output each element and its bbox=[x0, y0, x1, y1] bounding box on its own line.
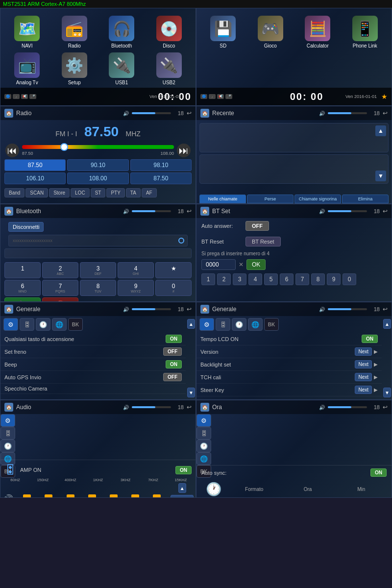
home-icon-btset[interactable]: 🏠 bbox=[200, 207, 209, 216]
af-btn[interactable]: AF bbox=[142, 188, 157, 197]
pin-0[interactable]: 0 bbox=[343, 273, 356, 285]
pin-4[interactable]: 4 bbox=[248, 273, 262, 285]
scan-btn[interactable]: SCAN bbox=[25, 188, 48, 197]
pin-input[interactable] bbox=[201, 259, 236, 270]
gen-tab-clock[interactable]: 🕐 bbox=[36, 318, 50, 331]
back-btn-recente[interactable]: ↩ bbox=[383, 110, 388, 117]
gen-tab-sliders[interactable]: 🎛 bbox=[20, 318, 34, 331]
steer-next-btn[interactable]: Next bbox=[355, 386, 372, 394]
home-icon-gen1[interactable]: 🏠 bbox=[4, 305, 13, 314]
ora-tab-globe[interactable]: 🌐 bbox=[196, 452, 211, 465]
gps-toggle[interactable]: OFF bbox=[163, 373, 182, 381]
back-btn-gen2[interactable]: ↩ bbox=[383, 306, 388, 313]
eq-bar-1khz[interactable] bbox=[88, 494, 96, 498]
back-btn-gen1[interactable]: ↩ bbox=[187, 306, 192, 313]
app-disco[interactable]: 💿 Disco bbox=[147, 16, 191, 49]
disconnetti-btn[interactable]: Disconnetti bbox=[8, 222, 44, 232]
hangup-btn[interactable]: 📵 bbox=[42, 297, 78, 302]
numpad-0[interactable]: 0# bbox=[155, 280, 192, 296]
app-radio[interactable]: 📻 Radio bbox=[53, 16, 97, 49]
back-btn-bt[interactable]: ↩ bbox=[187, 208, 192, 215]
volume-slider-recente[interactable] bbox=[328, 112, 367, 114]
scroll-up-gen2[interactable]: ▲ bbox=[383, 319, 391, 329]
numpad-2[interactable]: 2ABC bbox=[42, 262, 78, 278]
app-sd[interactable]: 💾 SD bbox=[201, 16, 245, 49]
preset-1[interactable]: 87.50 bbox=[4, 159, 66, 171]
ora-tab-clock[interactable]: 🕐 bbox=[196, 440, 211, 452]
audio-tab-gear[interactable]: ⚙ bbox=[0, 414, 15, 427]
audio-tab-clock[interactable]: 🕐 bbox=[0, 440, 15, 452]
numpad-8[interactable]: 8TUV bbox=[80, 280, 116, 296]
scroll-down-gen1[interactable]: ▼ bbox=[187, 388, 195, 397]
tab-elimina[interactable]: Elimina bbox=[342, 195, 389, 203]
app-tv[interactable]: 📺 Analog Tv bbox=[5, 52, 49, 85]
numpad-7[interactable]: 7PQRS bbox=[42, 280, 78, 296]
app-usb1[interactable]: 🔌 USB1 bbox=[100, 52, 144, 85]
gen-tab-clock2[interactable]: 🕐 bbox=[232, 318, 246, 331]
tab-nelle-chiamate[interactable]: Nelle chiamate bbox=[199, 195, 246, 203]
pin-ok-btn[interactable]: OK bbox=[246, 259, 266, 270]
app-gioco[interactable]: 🎮 Gioco bbox=[249, 16, 293, 49]
accensione-toggle[interactable]: ON bbox=[166, 335, 182, 343]
preset-3[interactable]: 98.10 bbox=[130, 159, 192, 171]
numpad-6[interactable]: 6MNO bbox=[4, 280, 41, 296]
back-btn-audio[interactable]: ↩ bbox=[187, 404, 192, 411]
beep-toggle[interactable]: ON bbox=[166, 360, 182, 368]
pin-6[interactable]: 6 bbox=[280, 273, 294, 285]
eq-bar-400hz[interactable] bbox=[67, 494, 74, 498]
volume-slider-ora[interactable] bbox=[328, 406, 367, 408]
band-btn[interactable]: Band bbox=[4, 188, 24, 197]
eq-bar-150hz[interactable] bbox=[45, 494, 52, 498]
numpad-4[interactable]: 4GHI bbox=[118, 262, 154, 278]
app-phonelink[interactable]: 📱 Phone Link bbox=[343, 16, 387, 49]
numpad-1[interactable]: 1 bbox=[4, 262, 41, 278]
tab-perse[interactable]: Perse bbox=[247, 195, 294, 203]
scroll-up-btn[interactable]: ▲ bbox=[375, 125, 386, 136]
pin-3[interactable]: 3 bbox=[233, 273, 246, 285]
prev-button[interactable]: ⏮ bbox=[5, 144, 19, 157]
back-btn-btset[interactable]: ↩ bbox=[383, 208, 388, 215]
back-btn-ora[interactable]: ↩ bbox=[383, 404, 388, 411]
app-bluetooth[interactable]: 🎧 Bluetooth bbox=[100, 16, 144, 49]
app-navi[interactable]: 🗺️ NAVI bbox=[5, 16, 49, 49]
gen-tab-gear2[interactable]: ⚙ bbox=[199, 318, 214, 331]
numpad-3[interactable]: 3DEF bbox=[80, 262, 116, 278]
frequency-bar[interactable] bbox=[22, 145, 174, 149]
back-btn-radio[interactable]: ↩ bbox=[187, 110, 192, 117]
eq-bar-60hz[interactable] bbox=[23, 494, 31, 498]
volume-slider-audio[interactable] bbox=[132, 406, 171, 408]
tch-next-btn[interactable]: Next bbox=[355, 373, 372, 381]
auto-answer-toggle[interactable]: OFF bbox=[245, 221, 269, 231]
home-icon-recente[interactable]: 🏠 bbox=[200, 109, 209, 118]
pty-btn[interactable]: PTY bbox=[106, 188, 124, 197]
gen-tab-bk[interactable]: BK bbox=[68, 318, 83, 331]
scroll-up-gen1[interactable]: ▲ bbox=[187, 319, 195, 329]
scroll-down-btn[interactable]: ▼ bbox=[375, 171, 386, 181]
pin-clear-btn[interactable]: ✕ bbox=[239, 261, 244, 268]
scroll-down-gen2[interactable]: ▼ bbox=[383, 388, 391, 397]
volume-slider-radio[interactable] bbox=[132, 112, 171, 114]
bt-reset-btn[interactable]: BT Reset bbox=[245, 237, 281, 246]
eq-bar-15khz[interactable] bbox=[153, 494, 161, 498]
lcd-toggle[interactable]: ON bbox=[362, 335, 378, 343]
preset-2[interactable]: 90.10 bbox=[67, 159, 128, 171]
ora-tab-sliders[interactable]: 🎛 bbox=[196, 427, 211, 440]
gen-tab-globe2[interactable]: 🌐 bbox=[248, 318, 263, 331]
audio-tab-sliders[interactable]: 🎛 bbox=[0, 427, 15, 440]
pin-1[interactable]: 1 bbox=[201, 273, 215, 285]
volume-slider-gen2[interactable] bbox=[328, 308, 367, 310]
call-btn[interactable]: 📞 bbox=[4, 297, 41, 302]
gen-tab-bk2[interactable]: BK bbox=[264, 318, 279, 331]
gen-tab-globe[interactable]: 🌐 bbox=[52, 318, 67, 331]
freno-toggle[interactable]: OFF bbox=[163, 347, 182, 356]
eq-scroll-up[interactable]: ▲ bbox=[178, 483, 186, 493]
eq-bar-3khz[interactable] bbox=[110, 494, 118, 498]
version-next-btn[interactable]: Next bbox=[355, 347, 372, 356]
volume-slider-bt[interactable] bbox=[132, 210, 171, 212]
pin-5[interactable]: 5 bbox=[264, 273, 278, 285]
pin-9[interactable]: 9 bbox=[327, 273, 341, 285]
gen-tab-gear[interactable]: ⚙ bbox=[3, 318, 18, 331]
volume-slider-btset[interactable] bbox=[328, 210, 367, 212]
preset-4[interactable]: 106.10 bbox=[4, 172, 66, 184]
loc-btn[interactable]: LOC bbox=[71, 188, 90, 197]
